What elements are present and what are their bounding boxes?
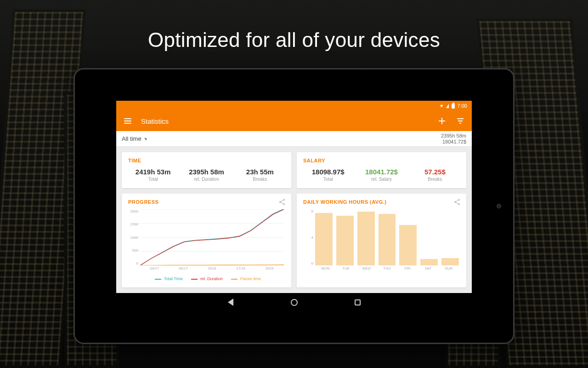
tablet-frame: ♥ 7:00 Statistics All time 2395h 58m 180… (74, 68, 514, 344)
status-time: 7:00 (458, 103, 467, 109)
card-salary: SALARY 18098.97$ Total 18041.72$ rel. Sa… (297, 152, 466, 188)
add-button[interactable] (437, 116, 447, 126)
bar (336, 216, 354, 265)
nav-home-button[interactable] (290, 298, 298, 306)
range-row: All time 2395h 58m 18041.72$ (116, 131, 472, 147)
plus-icon (439, 118, 445, 124)
card-daily-title: DAILY WORKING HOURS (AVG.) (303, 199, 460, 205)
svg-point-8 (455, 201, 456, 203)
share-icon (278, 198, 286, 206)
svg-point-2 (283, 203, 285, 205)
heart-icon: ♥ (440, 103, 443, 109)
bar (357, 212, 375, 265)
range-total-salary: 18041.72$ (441, 139, 466, 145)
share-progress-button[interactable] (278, 198, 286, 207)
svg-point-1 (283, 199, 285, 201)
nav-back-button[interactable] (226, 298, 235, 306)
content-grid: TIME 2419h 53m Total 2395h 58m rel. Dura… (116, 147, 472, 293)
back-icon (228, 299, 233, 306)
salary-metric-rel: 18041.72$ rel. Salary (356, 168, 406, 182)
time-metric-total: 2419h 53m Total (128, 168, 178, 182)
card-progress: PROGRESS 2000150010005000 04/1726/172018… (122, 194, 291, 288)
battery-icon (452, 104, 455, 109)
filter-icon (457, 118, 464, 124)
time-metric-rel: 2395h 58m rel. Duration (181, 168, 231, 182)
filter-button[interactable] (455, 116, 465, 126)
share-daily-button[interactable] (453, 198, 461, 207)
dropdown-caret-icon (144, 138, 147, 141)
hamburger-icon (124, 121, 131, 121)
card-time: TIME 2419h 53m Total 2395h 58m rel. Dura… (122, 152, 291, 188)
range-selected: All time (122, 135, 141, 142)
bar (420, 259, 438, 265)
card-daily: DAILY WORKING HOURS (AVG.) 840 MONTUEWED… (297, 194, 466, 288)
progress-legend: Total Timerel. DurationPause time (128, 276, 285, 281)
svg-point-10 (458, 203, 460, 205)
app-bar: Statistics (116, 111, 472, 131)
tablet-camera (497, 204, 501, 208)
bar (399, 225, 417, 265)
time-metric-breaks: 23h 55m Breaks (235, 168, 285, 182)
range-totals: 2395h 58m 18041.72$ (441, 133, 466, 144)
card-progress-title: PROGRESS (128, 199, 285, 205)
menu-button[interactable] (123, 116, 133, 126)
svg-point-9 (458, 199, 460, 201)
progress-chart: 2000150010005000 04/1726/17201817/182019 (128, 209, 285, 274)
svg-point-0 (280, 201, 281, 203)
card-salary-title: SALARY (303, 158, 460, 163)
bar (379, 214, 396, 266)
tablet-screen: ♥ 7:00 Statistics All time 2395h 58m 180… (116, 101, 472, 311)
range-dropdown[interactable]: All time (122, 135, 147, 142)
appbar-title: Statistics (141, 117, 169, 125)
android-statusbar: ♥ 7:00 (116, 101, 472, 111)
salary-metric-total: 18098.97$ Total (303, 168, 353, 182)
signal-icon (446, 104, 449, 108)
bar (441, 258, 459, 265)
range-total-time: 2395h 58m (441, 133, 466, 139)
bar (315, 213, 333, 265)
android-navbar (116, 293, 472, 311)
salary-metric-breaks: 57.25$ Breaks (410, 168, 460, 182)
recents-icon (355, 299, 361, 305)
home-icon (291, 299, 298, 306)
nav-recents-button[interactable] (353, 298, 362, 306)
marketing-headline: Optimized for all of your devices (0, 29, 588, 52)
share-icon (453, 198, 461, 206)
daily-chart: 840 MONTUEWEDTHUFRISATSUN (303, 209, 460, 274)
card-time-title: TIME (128, 158, 285, 163)
